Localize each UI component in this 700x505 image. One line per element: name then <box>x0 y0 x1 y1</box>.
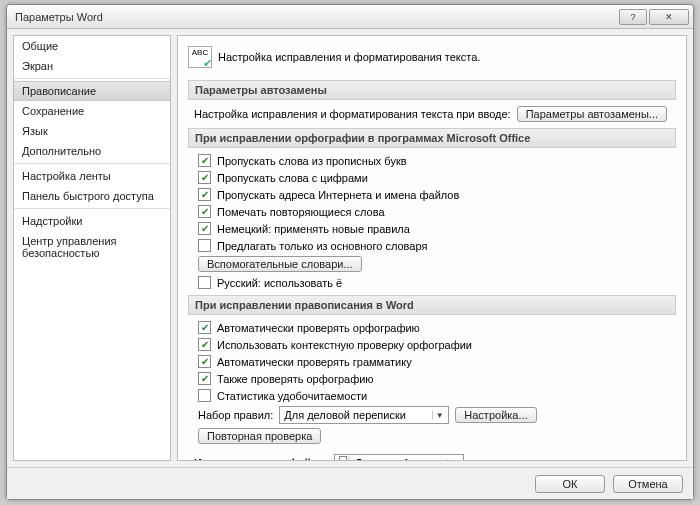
sidebar-item[interactable]: Настройка ленты <box>14 166 170 186</box>
sidebar-item[interactable]: Панель быстрого доступа <box>14 186 170 206</box>
close-button[interactable]: ✕ <box>649 9 689 25</box>
office-label-5: Предлагать только из основного словаря <box>217 240 427 252</box>
ruleset-label: Набор правил: <box>198 409 273 421</box>
chevron-down-icon: ▼ <box>447 459 461 462</box>
dialog-footer: ОК Отмена <box>7 467 693 499</box>
cancel-button[interactable]: Отмена <box>613 475 683 493</box>
ruleset-settings-button[interactable]: Настройка... <box>455 407 536 423</box>
recheck-button[interactable]: Повторная проверка <box>198 428 321 444</box>
word-label-0: Автоматически проверять орфографию <box>217 322 420 334</box>
separator <box>14 163 170 164</box>
main-panel: ABC Настройка исправления и форматирован… <box>177 35 687 461</box>
ruleset-value: Для деловой переписки <box>284 409 428 421</box>
office-checkbox-0[interactable] <box>198 154 211 167</box>
office-label-0: Пропускать слова из прописных букв <box>217 155 407 167</box>
office-label-2: Пропускать адреса Интернета и имена файл… <box>217 189 459 201</box>
exceptions-file-value: Документ1 <box>355 457 443 461</box>
word-checkbox-4[interactable] <box>198 389 211 402</box>
label-russian-yo: Русский: использовать ё <box>217 277 342 289</box>
sidebar-item[interactable]: Сохранение <box>14 101 170 121</box>
exceptions-label: Исключения для файла: <box>194 457 328 461</box>
word-label-3: Также проверять орфографию <box>217 373 374 385</box>
office-checkbox-1[interactable] <box>198 171 211 184</box>
document-icon <box>339 456 351 461</box>
autocorrect-desc: Настройка исправления и форматирования т… <box>194 108 511 120</box>
sidebar-item[interactable]: Надстройки <box>14 211 170 231</box>
window-title: Параметры Word <box>15 11 619 23</box>
titlebar: Параметры Word ? ✕ <box>7 5 693 29</box>
sidebar-item[interactable]: Дополнительно <box>14 141 170 161</box>
word-label-2: Автоматически проверять грамматику <box>217 356 412 368</box>
word-checkbox-0[interactable] <box>198 321 211 334</box>
word-label-1: Использовать контекстную проверку орфогр… <box>217 339 472 351</box>
sidebar-item[interactable]: Центр управления безопасностью <box>14 231 170 263</box>
office-checkbox-5[interactable] <box>198 239 211 252</box>
help-button[interactable]: ? <box>619 9 647 25</box>
options-dialog: Параметры Word ? ✕ ОбщиеЭкранПравописани… <box>6 4 694 500</box>
office-checkbox-2[interactable] <box>198 188 211 201</box>
proofing-icon: ABC <box>188 46 212 68</box>
autocorrect-options-button[interactable]: Параметры автозамены... <box>517 106 667 122</box>
word-checkbox-2[interactable] <box>198 355 211 368</box>
exceptions-file-select[interactable]: Документ1 ▼ <box>334 454 464 461</box>
office-checkbox-3[interactable] <box>198 205 211 218</box>
office-label-1: Пропускать слова с цифрами <box>217 172 368 184</box>
checkbox-russian-yo[interactable] <box>198 276 211 289</box>
section-autocorrect-title: Параметры автозамены <box>188 80 676 100</box>
separator <box>14 78 170 79</box>
ok-button[interactable]: ОК <box>535 475 605 493</box>
office-label-3: Помечать повторяющиеся слова <box>217 206 385 218</box>
office-checkbox-4[interactable] <box>198 222 211 235</box>
section-word-title: При исправлении правописания в Word <box>188 295 676 315</box>
custom-dictionaries-button[interactable]: Вспомогательные словари... <box>198 256 362 272</box>
page-header: Настройка исправления и форматирования т… <box>218 51 480 63</box>
ruleset-select[interactable]: Для деловой переписки ▼ <box>279 406 449 424</box>
sidebar: ОбщиеЭкранПравописаниеСохранениеЯзыкДопо… <box>13 35 171 461</box>
sidebar-item[interactable]: Язык <box>14 121 170 141</box>
sidebar-item[interactable]: Экран <box>14 56 170 76</box>
word-label-4: Статистика удобочитаемости <box>217 390 367 402</box>
sidebar-item[interactable]: Правописание <box>14 81 170 101</box>
chevron-down-icon: ▼ <box>432 411 446 420</box>
word-checkbox-1[interactable] <box>198 338 211 351</box>
separator <box>14 208 170 209</box>
word-checkbox-3[interactable] <box>198 372 211 385</box>
sidebar-item[interactable]: Общие <box>14 36 170 56</box>
section-office-title: При исправлении орфографии в программах … <box>188 128 676 148</box>
office-label-4: Немецкий: применять новые правила <box>217 223 410 235</box>
